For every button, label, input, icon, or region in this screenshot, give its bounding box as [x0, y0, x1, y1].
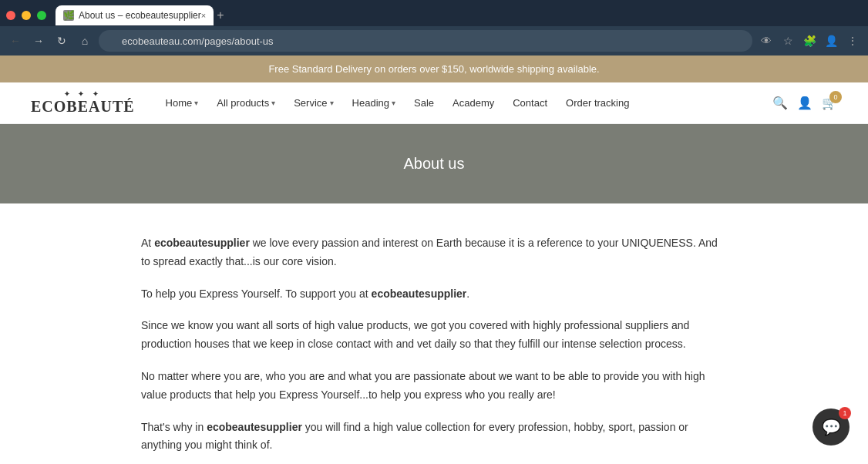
main-nav: Home ▾ All products ▾ Service ▾ Heading …: [158, 92, 772, 113]
nav-contact[interactable]: Contact: [505, 92, 555, 113]
nav-service-label: Service: [294, 97, 327, 109]
nav-order-tracking-label: Order tracking: [566, 97, 629, 109]
nav-heading-label: Heading: [352, 97, 389, 109]
new-tab-button[interactable]: +: [214, 8, 227, 22]
page-title: About us: [15, 155, 853, 173]
site-header: ✦ ✦ ✦ ECOBEAUTÉ Home ▾ All products ▾ Se…: [0, 82, 868, 124]
nav-heading[interactable]: Heading ▾: [345, 92, 403, 113]
forward-button[interactable]: →: [29, 32, 48, 50]
extensions-icon[interactable]: 🧩: [800, 32, 819, 50]
tab-bar: 🌿 About us – ecobeautesupplier × +: [0, 0, 868, 26]
home-button[interactable]: ⌂: [76, 32, 94, 50]
browser-tab[interactable]: 🌿 About us – ecobeautesupplier ×: [56, 5, 214, 25]
window-maximize-button[interactable]: [37, 11, 46, 20]
nav-home-chevron: ▾: [194, 99, 198, 107]
about-paragraph-3: Since we know you want all sorts of high…: [141, 317, 727, 354]
star-icon[interactable]: ☆: [779, 32, 797, 50]
brand-bold-3: ecobeautesupplier: [207, 421, 302, 433]
about-paragraph-4: No matter where you are, who you are and…: [141, 368, 727, 405]
address-bar[interactable]: [99, 30, 752, 52]
nav-academy[interactable]: Academy: [445, 92, 502, 113]
back-button[interactable]: ←: [6, 32, 25, 50]
window-close-button[interactable]: [6, 11, 15, 20]
tab-close-button[interactable]: ×: [201, 11, 206, 20]
eye-slash-icon[interactable]: 👁: [757, 32, 775, 50]
nav-home-label: Home: [166, 97, 193, 109]
nav-home[interactable]: Home ▾: [158, 92, 207, 113]
account-button[interactable]: 👤: [797, 96, 812, 110]
nav-service-chevron: ▾: [330, 99, 334, 107]
nav-heading-chevron: ▾: [392, 99, 395, 107]
tab-title: About us – ecobeautesupplier: [79, 10, 201, 21]
header-icons: 🔍 👤 🛒 0: [772, 96, 837, 110]
cart-button[interactable]: 🛒 0: [822, 96, 837, 110]
nav-academy-label: Academy: [453, 97, 494, 109]
page-hero: About us: [0, 124, 868, 203]
banner-text: Free Standard Delivery on orders over $1…: [268, 63, 599, 75]
promo-banner: Free Standard Delivery on orders over $1…: [0, 55, 868, 82]
menu-icon[interactable]: ⋮: [843, 32, 862, 50]
refresh-button[interactable]: ↻: [52, 32, 71, 50]
toolbar-icons: 👁 ☆ 🧩 👤 ⋮: [757, 32, 862, 50]
nav-all-products-label: All products: [217, 97, 269, 109]
nav-sale-label: Sale: [414, 97, 434, 109]
chat-button[interactable]: 💬 1: [812, 409, 849, 446]
chat-widget: 💬 1: [812, 409, 849, 446]
address-bar-wrap: 🔒: [99, 30, 752, 52]
nav-service[interactable]: Service ▾: [286, 92, 341, 113]
window-minimize-button[interactable]: [22, 11, 31, 20]
nav-order-tracking[interactable]: Order tracking: [558, 92, 637, 113]
tab-favicon: 🌿: [63, 10, 74, 21]
brand-bold-1: ecobeautesupplier: [154, 237, 250, 249]
about-paragraph-1: At ecobeautesupplier we love every passi…: [141, 234, 727, 271]
chat-badge: 1: [839, 407, 851, 419]
nav-sale[interactable]: Sale: [406, 92, 442, 113]
about-paragraph-5: That's why in ecobeautesupplier you will…: [141, 419, 727, 456]
nav-all-products-chevron: ▾: [271, 99, 275, 107]
brand-bold-2: ecobeautesupplier: [372, 287, 467, 300]
about-paragraph-2: To help you Express Yourself. To support…: [141, 285, 727, 304]
site-logo[interactable]: ✦ ✦ ✦ ECOBEAUTÉ: [31, 90, 135, 116]
about-content: At ecobeautesupplier we love every passi…: [126, 234, 742, 464]
cart-badge: 0: [829, 91, 842, 103]
browser-toolbar: ← → ↻ ⌂ 🔒 👁 ☆ 🧩 👤 ⋮: [0, 26, 868, 55]
nav-contact-label: Contact: [513, 97, 547, 109]
search-button[interactable]: 🔍: [772, 96, 788, 110]
window-controls: [6, 11, 49, 20]
browser-chrome: 🌿 About us – ecobeautesupplier × + ← → ↻…: [0, 0, 868, 55]
nav-all-products[interactable]: All products ▾: [209, 92, 283, 113]
profile-icon[interactable]: 👤: [822, 32, 840, 50]
